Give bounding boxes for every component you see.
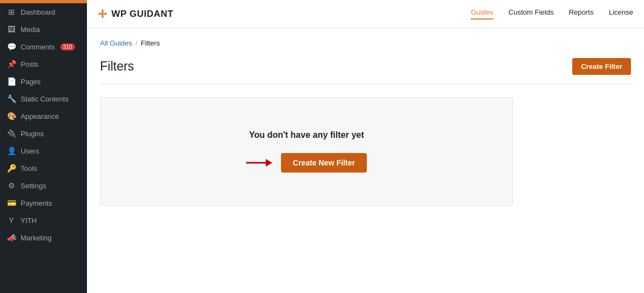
sidebar-icon-payments: 💳 [7,199,16,207]
sidebar-icon-comments: 💬 [7,42,16,51]
sidebar-item-static-contents[interactable]: 🔧Static Contents [0,90,87,107]
breadcrumb-current: Filters [141,39,160,47]
sidebar-icon-plugins: 🔌 [7,129,16,138]
top-nav-link-license[interactable]: License [609,8,633,20]
sidebar-label-static-contents: Static Contents [21,95,68,103]
sidebar-item-tools[interactable]: 🔑Tools [0,160,87,177]
divider [100,84,631,84]
sidebar-icon-media: 🖼 [7,25,16,34]
sidebar-item-marketing[interactable]: 📣Marketing [0,229,87,246]
sidebar-item-comments[interactable]: 💬Comments310 [0,38,87,55]
top-nav-links: GuidesCustom FieldsReportsLicense [471,8,633,20]
empty-state-card: You don't have any filter yet Create New… [100,97,513,206]
sidebar-icon-pages: 📄 [7,77,16,86]
create-filter-button[interactable]: Create Filter [572,58,631,75]
sidebar-label-dashboard: Dashboard [21,8,55,16]
sidebar-label-appearance: Appearance [21,112,59,120]
sidebar-label-pages: Pages [21,78,41,86]
sidebar-item-users[interactable]: 👤Users [0,142,87,160]
sidebar-label-settings: Settings [21,182,46,190]
sidebar-item-settings[interactable]: ⚙Settings [0,177,87,194]
top-nav-link-reports[interactable]: Reports [569,8,594,20]
svg-marker-1 [266,159,272,167]
main-content: ✛ WP GUIDANT GuidesCustom FieldsReportsL… [87,0,644,293]
red-arrow-icon [246,157,272,168]
empty-state-text: You don't have any filter yet [249,130,364,140]
sidebar-item-dashboard[interactable]: ⊞Dashboard [0,3,87,21]
sidebar-item-plugins[interactable]: 🔌Plugins [0,125,87,142]
sidebar-icon-static-contents: 🔧 [7,94,16,103]
arrow-cta-row: Create New Filter [246,153,367,173]
sidebar-icon-settings: ⚙ [7,181,16,190]
sidebar-label-users: Users [21,147,39,155]
sidebar-label-comments: Comments [21,43,55,51]
sidebar-label-plugins: Plugins [21,130,44,138]
sidebar-icon-tools: 🔑 [7,164,16,173]
page-title: Filters [100,59,134,74]
sidebar-item-payments[interactable]: 💳Payments [0,194,87,212]
logo-icon: ✛ [98,8,107,21]
breadcrumb-parent-link[interactable]: All Guides [100,39,132,47]
sidebar-item-media[interactable]: 🖼Media [0,21,87,38]
create-new-filter-button[interactable]: Create New Filter [281,153,367,173]
sidebar-item-appearance[interactable]: 🎨Appearance [0,107,87,125]
sidebar-label-payments: Payments [21,199,52,207]
sidebar: ⊞Dashboard🖼Media💬Comments310📌Posts📄Pages… [0,0,87,293]
sidebar-icon-appearance: 🎨 [7,112,16,120]
breadcrumb-separator: / [135,39,137,47]
sidebar-item-posts[interactable]: 📌Posts [0,55,87,73]
sidebar-icon-yith: Y [7,216,16,225]
sidebar-item-pages[interactable]: 📄Pages [0,73,87,90]
sidebar-label-yith: YITH [21,216,37,225]
sidebar-badge-comments: 310 [60,43,75,50]
logo-area: ✛ WP GUIDANT [98,8,173,21]
breadcrumb: All Guides / Filters [100,39,631,47]
sidebar-icon-marketing: 📣 [7,233,16,242]
sidebar-label-marketing: Marketing [21,234,52,242]
sidebar-label-media: Media [21,26,40,34]
page-header: Filters Create Filter [100,58,631,75]
top-nav-link-custom-fields[interactable]: Custom Fields [509,8,554,20]
page-content: All Guides / Filters Filters Create Filt… [87,28,644,293]
top-nav: ✛ WP GUIDANT GuidesCustom FieldsReportsL… [87,0,644,28]
sidebar-item-yith[interactable]: YYITH [0,212,87,229]
top-nav-link-guides[interactable]: Guides [471,8,493,20]
sidebar-icon-users: 👤 [7,146,16,155]
logo-text: WP GUIDANT [111,9,173,20]
sidebar-icon-dashboard: ⊞ [7,8,16,16]
sidebar-label-tools: Tools [21,164,37,173]
sidebar-icon-posts: 📌 [7,60,16,68]
sidebar-label-posts: Posts [21,60,39,68]
